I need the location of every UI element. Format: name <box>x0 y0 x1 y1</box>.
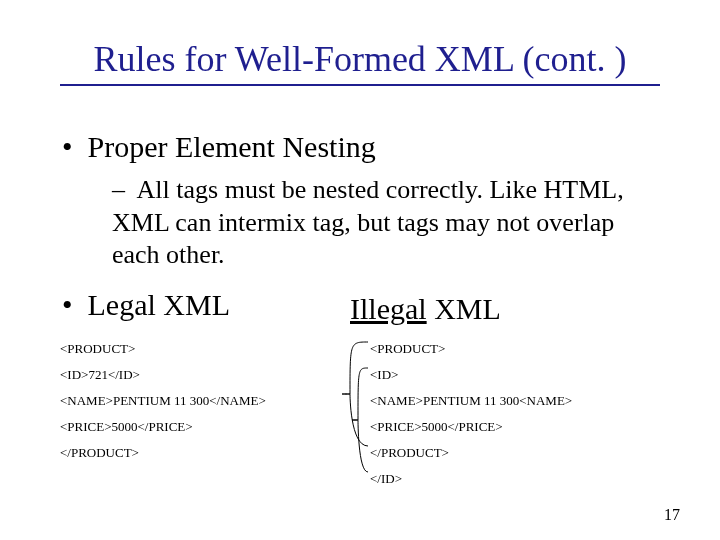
code-line: <ID>721</ID> <box>60 362 266 388</box>
bullet-legal-xml: • Legal XML <box>62 288 230 322</box>
subbullet-nesting-desc: – All tags must be nested correctly. Lik… <box>112 174 660 272</box>
code-line: </PRODUCT> <box>370 440 572 466</box>
code-line: <PRICE>5000</PRICE> <box>370 414 572 440</box>
title-underline <box>60 84 660 86</box>
code-line: <PRODUCT> <box>370 336 572 362</box>
heading-illegal-rest: XML <box>427 292 501 325</box>
bullet-marker: • <box>62 130 73 163</box>
bullet-proper-nesting: • Proper Element Nesting <box>62 130 376 164</box>
code-line: </PRODUCT> <box>60 440 266 466</box>
code-line: <PRODUCT> <box>60 336 266 362</box>
code-line: </ID> <box>370 466 572 492</box>
slide: Rules for Well-Formed XML (cont. ) • Pro… <box>0 0 720 540</box>
bullet-text: Proper Element Nesting <box>88 130 376 163</box>
illegal-xml-code: <PRODUCT> <ID> <NAME>PENTIUM 11 300<NAME… <box>370 336 572 492</box>
heading-illegal-underlined: Illegal <box>350 292 427 325</box>
heading-illegal-xml: Illegal XML <box>350 292 501 326</box>
legal-xml-code: <PRODUCT> <ID>721</ID> <NAME>PENTIUM 11 … <box>60 336 266 466</box>
code-line: <NAME>PENTIUM 11 300<NAME> <box>370 388 572 414</box>
slide-title: Rules for Well-Formed XML (cont. ) <box>0 38 720 80</box>
subbullet-text: All tags must be nested correctly. Like … <box>112 175 624 269</box>
code-line: <ID> <box>370 362 572 388</box>
bullet-marker: • <box>62 288 73 321</box>
subbullet-marker: – <box>112 175 125 204</box>
code-line: <NAME>PENTIUM 11 300</NAME> <box>60 388 266 414</box>
bullet-text: Legal XML <box>88 288 230 321</box>
nesting-bracket-icon <box>330 332 370 502</box>
code-line: <PRICE>5000</PRICE> <box>60 414 266 440</box>
page-number: 17 <box>664 506 680 524</box>
